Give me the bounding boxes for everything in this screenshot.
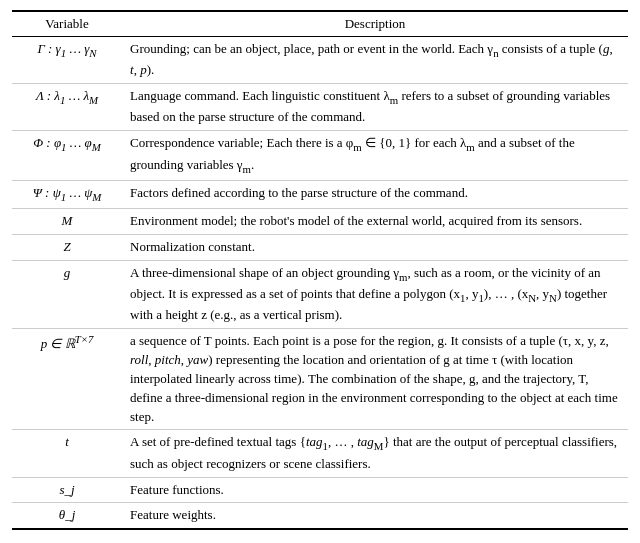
table-row-description: Language command. Each linguistic consti… xyxy=(122,84,628,131)
column-header-variable: Variable xyxy=(12,11,122,37)
table-row-description: Factors defined according to the parse s… xyxy=(122,180,628,208)
table-row-variable: Λ : λ1 … λM xyxy=(12,84,122,131)
table-row-description: A three-dimensional shape of an object g… xyxy=(122,260,628,328)
table-row-description: Grounding; can be an object, place, path… xyxy=(122,37,628,84)
column-header-description: Description xyxy=(122,11,628,37)
table-row-variable: g xyxy=(12,260,122,328)
table-row-variable: s_j xyxy=(12,477,122,503)
table-row-variable: Z xyxy=(12,234,122,260)
table-row-description: Correspondence variable; Each there is a… xyxy=(122,131,628,181)
table-row-variable: Ψ : ψ1 … ψM xyxy=(12,180,122,208)
table-row-description: a sequence of T points. Each point is a … xyxy=(122,329,628,430)
table-row-description: Feature weights. xyxy=(122,503,628,529)
table-row-description: Feature functions. xyxy=(122,477,628,503)
table-row-variable: M xyxy=(12,209,122,235)
table-row-variable: t xyxy=(12,430,122,477)
table-row-description: Normalization constant. xyxy=(122,234,628,260)
table-row-variable: p ∈ ℝT×7 xyxy=(12,329,122,430)
table-row-description: Environment model; the robot's model of … xyxy=(122,209,628,235)
table-row-variable: θ_j xyxy=(12,503,122,529)
table-row-variable: Φ : φ1 … φM xyxy=(12,131,122,181)
table-row-description: A set of pre-defined textual tags {tag1,… xyxy=(122,430,628,477)
table-row-variable: Γ : γ1 … γN xyxy=(12,37,122,84)
